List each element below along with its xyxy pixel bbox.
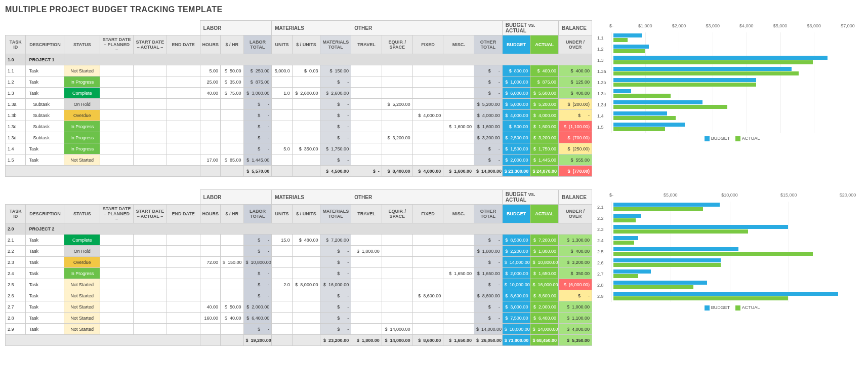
status-cell[interactable]: In Progress bbox=[64, 268, 100, 279]
start-actual[interactable] bbox=[134, 301, 167, 313]
budget[interactable]: $ 18,000.00 bbox=[502, 324, 530, 335]
status-cell[interactable]: Overdue bbox=[64, 110, 100, 121]
rate[interactable] bbox=[221, 290, 244, 301]
labor-total[interactable]: $ 875.00 bbox=[243, 76, 272, 88]
other-total[interactable]: $ - bbox=[474, 235, 503, 246]
unit-price[interactable] bbox=[292, 76, 320, 88]
balance[interactable]: $ (1,100.00) bbox=[559, 121, 592, 132]
balance[interactable]: $ (700.00) bbox=[559, 132, 592, 143]
mat-total[interactable]: $ - bbox=[320, 257, 351, 268]
rate[interactable] bbox=[221, 143, 244, 154]
unit-price[interactable] bbox=[292, 290, 320, 301]
travel[interactable] bbox=[351, 143, 382, 154]
fixed[interactable] bbox=[412, 121, 443, 132]
travel[interactable] bbox=[351, 132, 382, 143]
task-id[interactable]: 1.4 bbox=[6, 143, 26, 154]
misc[interactable] bbox=[443, 324, 474, 335]
fixed[interactable] bbox=[412, 235, 443, 246]
units[interactable] bbox=[272, 132, 292, 143]
other-total[interactable]: $ 1,800.00 bbox=[474, 246, 503, 257]
travel[interactable] bbox=[351, 154, 382, 166]
task-desc[interactable]: Task bbox=[26, 88, 64, 99]
hours[interactable]: 25.00 bbox=[200, 76, 220, 88]
other-total[interactable]: $ - bbox=[474, 279, 503, 290]
rate[interactable] bbox=[221, 324, 244, 335]
actual[interactable]: $ 10,800.00 bbox=[530, 257, 559, 268]
start-planned[interactable] bbox=[100, 290, 134, 301]
labor-total[interactable]: $ 250.00 bbox=[243, 65, 272, 76]
equip[interactable] bbox=[382, 268, 412, 279]
equip[interactable]: $ 3,200.00 bbox=[382, 132, 412, 143]
task-id[interactable]: 1.1 bbox=[6, 65, 26, 76]
other-total[interactable]: $ - bbox=[474, 76, 503, 88]
balance[interactable]: $ 125.00 bbox=[559, 76, 592, 88]
actual[interactable]: $ 16,000.00 bbox=[530, 279, 559, 290]
start-planned[interactable] bbox=[100, 235, 134, 246]
hours[interactable]: 40.00 bbox=[200, 301, 220, 313]
travel[interactable] bbox=[351, 268, 382, 279]
units[interactable]: 1.0 bbox=[272, 88, 292, 99]
fixed[interactable] bbox=[412, 65, 443, 76]
budget[interactable]: $ 8,500.00 bbox=[502, 235, 530, 246]
fixed[interactable] bbox=[412, 88, 443, 99]
rate[interactable]: $ 85.00 bbox=[221, 154, 244, 166]
end-date[interactable] bbox=[167, 154, 200, 166]
end-date[interactable] bbox=[167, 143, 200, 154]
mat-total[interactable]: $ - bbox=[320, 76, 351, 88]
hours[interactable] bbox=[200, 268, 220, 279]
balance[interactable]: $ - bbox=[559, 110, 592, 121]
budget[interactable]: $ 2,000.00 bbox=[502, 154, 530, 166]
budget[interactable]: $ 1,000.00 bbox=[502, 76, 530, 88]
hours[interactable] bbox=[200, 235, 220, 246]
task-desc[interactable]: Task bbox=[26, 290, 64, 301]
rate[interactable]: $ 50.00 bbox=[221, 301, 244, 313]
other-total[interactable]: $ - bbox=[474, 88, 503, 99]
misc[interactable] bbox=[443, 88, 474, 99]
rate[interactable] bbox=[221, 268, 244, 279]
unit-price[interactable] bbox=[292, 121, 320, 132]
start-planned[interactable] bbox=[100, 268, 134, 279]
balance[interactable]: $ (200.00) bbox=[559, 99, 592, 110]
task-id[interactable]: 2.4 bbox=[6, 268, 26, 279]
balance[interactable]: $ 3,200.00 bbox=[559, 257, 592, 268]
unit-price[interactable] bbox=[292, 110, 320, 121]
rate[interactable]: $ 150.00 bbox=[221, 257, 244, 268]
end-date[interactable] bbox=[167, 88, 200, 99]
end-date[interactable] bbox=[167, 65, 200, 76]
budget[interactable]: $ 3,000.00 bbox=[502, 301, 530, 313]
task-id[interactable]: 1.2 bbox=[6, 76, 26, 88]
travel[interactable] bbox=[351, 99, 382, 110]
units[interactable] bbox=[272, 290, 292, 301]
status-cell[interactable]: Not Started bbox=[64, 324, 100, 335]
mat-total[interactable]: $ - bbox=[320, 132, 351, 143]
end-date[interactable] bbox=[167, 110, 200, 121]
hours[interactable] bbox=[200, 143, 220, 154]
hours[interactable] bbox=[200, 110, 220, 121]
labor-total[interactable]: $ - bbox=[243, 279, 272, 290]
start-actual[interactable] bbox=[134, 268, 167, 279]
start-planned[interactable] bbox=[100, 324, 134, 335]
balance[interactable]: $ 1,300.00 bbox=[559, 235, 592, 246]
rate[interactable]: $ 35.00 bbox=[221, 76, 244, 88]
start-actual[interactable] bbox=[134, 110, 167, 121]
balance[interactable]: $ 400.00 bbox=[559, 246, 592, 257]
travel[interactable] bbox=[351, 324, 382, 335]
start-actual[interactable] bbox=[134, 313, 167, 324]
rate[interactable] bbox=[221, 99, 244, 110]
hours[interactable] bbox=[200, 324, 220, 335]
budget[interactable]: $ 7,500.00 bbox=[502, 313, 530, 324]
unit-price[interactable] bbox=[292, 324, 320, 335]
travel[interactable] bbox=[351, 235, 382, 246]
units[interactable]: 2.0 bbox=[272, 279, 292, 290]
task-desc[interactable]: Task bbox=[26, 65, 64, 76]
actual[interactable]: $ 8,600.00 bbox=[530, 290, 559, 301]
misc[interactable]: $ 1,600.00 bbox=[443, 121, 474, 132]
budget[interactable]: $ 8,600.00 bbox=[502, 290, 530, 301]
rate[interactable] bbox=[221, 279, 244, 290]
task-id[interactable]: 2.3 bbox=[6, 257, 26, 268]
sum-budget[interactable]: $ 23,300.00 bbox=[502, 166, 530, 177]
equip[interactable] bbox=[382, 257, 412, 268]
labor-total[interactable]: $ - bbox=[243, 235, 272, 246]
balance[interactable]: $ 1,000.00 bbox=[559, 301, 592, 313]
task-desc[interactable]: Subtask bbox=[26, 99, 64, 110]
